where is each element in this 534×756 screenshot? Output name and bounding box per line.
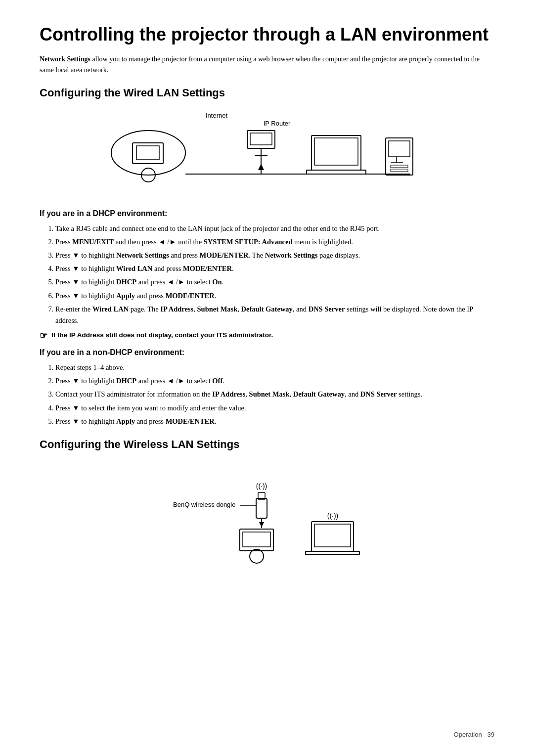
svg-text:Internet: Internet [206,112,227,119]
wired-lan-title: Configuring the Wired LAN Settings [40,87,494,99]
dhcp-step-4: Press ▼ to highlight Wired LAN and press… [55,263,494,274]
svg-rect-37 [306,551,359,555]
page-title: Controlling the projector through a LAN … [40,24,494,45]
note-text: If the IP Address still does not display… [51,331,273,339]
svg-point-32 [250,549,264,563]
svg-text:((·)): ((·)) [327,512,339,520]
intro-text: allow you to manage the projector from a… [40,55,480,74]
dhcp-step-2: Press MENU/EXIT and then press ◄ /► unti… [55,236,494,248]
dhcp-step-5: Press ▼ to highlight DHCP and press ◄ /►… [55,276,494,288]
svg-text:BenQ wireless dongle: BenQ wireless dongle [173,501,235,508]
svg-rect-19 [391,165,408,168]
svg-rect-4 [136,146,159,160]
nondhcp-step-3: Contact your ITS administrator for infor… [55,389,494,400]
wireless-lan-diagram: BenQ wireless dongle ((·)) ((·)) [40,460,494,569]
intro-paragraph: Network Settings allow you to manage the… [40,54,494,75]
svg-rect-20 [391,169,408,172]
nondhcp-steps-list: Repeat steps 1–4 above. Press ▼ to highl… [55,362,494,427]
note-box: ☞ If the IP Address still does not displ… [40,331,494,341]
nondhcp-step-4: Press ▼ to select the item you want to m… [55,402,494,414]
svg-rect-7 [250,133,272,145]
dhcp-step-6: Press ▼ to highlight Apply and press MOD… [55,290,494,302]
wired-lan-diagram: Internet IP Router [40,108,494,197]
nondhcp-step-1: Repeat steps 1–4 above. [55,362,494,373]
dhcp-title: If you are in a DHCP environment: [40,209,494,218]
svg-marker-34 [259,522,264,527]
svg-rect-14 [307,170,366,174]
svg-rect-13 [314,138,358,165]
dhcp-step-3: Press ▼ to highlight Network Settings an… [55,250,494,261]
svg-rect-27 [256,498,267,518]
wireless-lan-title: Configuring the Wireless LAN Settings [40,438,494,451]
nondhcp-step-5: Press ▼ to highlight Apply and press MOD… [55,416,494,427]
footer-label: Operation [454,731,482,738]
svg-rect-36 [314,524,351,547]
footer: Operation 39 [454,731,494,738]
dhcp-step-1: Take a RJ45 cable and connect one end to… [55,223,494,234]
nondhcp-title: If you are in a non-DHCP environment: [40,348,494,357]
footer-page-number: 39 [488,731,494,738]
svg-marker-11 [258,164,264,170]
nondhcp-step-2: Press ▼ to highlight DHCP and press ◄ /►… [55,375,494,387]
dhcp-steps-list: Take a RJ45 cable and connect one end to… [55,223,494,327]
intro-bold: Network Settings [40,55,90,63]
svg-text:IP Router: IP Router [264,120,291,127]
dhcp-step-7: Re-enter the Wired LAN page. The IP Addr… [55,304,494,326]
svg-rect-31 [243,532,270,547]
note-icon: ☞ [40,330,47,341]
svg-rect-16 [389,141,410,157]
svg-text:((·)): ((·)) [256,482,267,490]
